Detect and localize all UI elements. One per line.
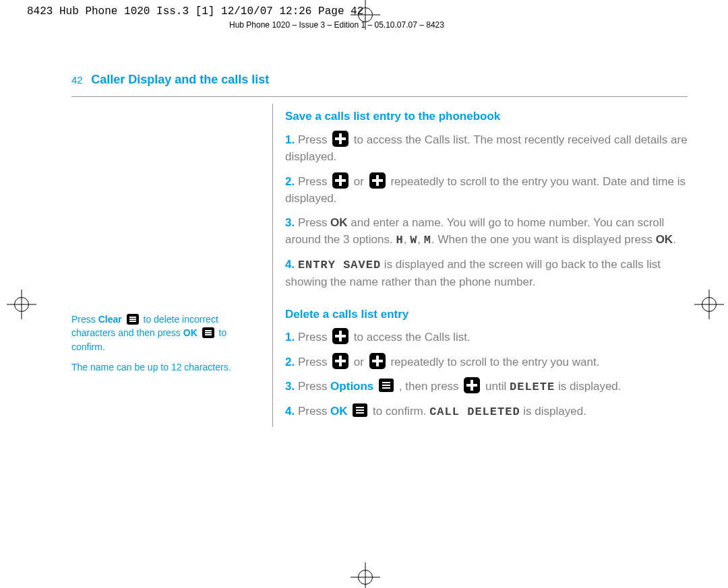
registration-mark-icon bbox=[351, 0, 380, 30]
softkey-icon bbox=[353, 403, 367, 417]
registration-mark-icon bbox=[7, 290, 36, 319]
section-heading: Save a calls list entry to the phonebook bbox=[285, 108, 688, 125]
crop-mark-header: 8423 Hub Phone 1020 Iss.3 [1] 12/10/07 1… bbox=[27, 5, 363, 18]
page-content: 42 Caller Display and the calls list Pre… bbox=[71, 73, 688, 427]
section-heading: Delete a calls list entry bbox=[285, 306, 688, 323]
page-title: Caller Display and the calls list bbox=[91, 73, 269, 87]
nav-key-icon bbox=[369, 353, 386, 369]
softkey-icon bbox=[127, 314, 139, 325]
nav-key-icon bbox=[332, 353, 348, 369]
step: 4. Press OK to confirm. CALL DELETED is … bbox=[285, 403, 688, 421]
step: 4. ENTRY SAVED is displayed and the scre… bbox=[285, 256, 688, 291]
nav-key-icon bbox=[332, 131, 348, 147]
divider bbox=[71, 96, 688, 97]
step: 2. Press or repeatedly to scroll to the … bbox=[285, 353, 688, 371]
document-slug: Hub Phone 1020 – Issue 3 – Edition 1 – 0… bbox=[229, 20, 444, 30]
main-column: Save a calls list entry to the phonebook… bbox=[273, 104, 688, 427]
sidebar: Press Clear to delete incorrect characte… bbox=[71, 104, 273, 427]
page-number: 42 bbox=[71, 74, 83, 86]
nav-key-icon bbox=[332, 172, 348, 189]
softkey-icon bbox=[379, 379, 394, 392]
registration-mark-icon bbox=[351, 562, 380, 588]
step: 2. Press or repeatedly to scroll to the … bbox=[285, 172, 688, 207]
nav-key-icon bbox=[332, 328, 348, 344]
registration-mark-icon bbox=[694, 290, 724, 319]
nav-key-icon bbox=[464, 377, 480, 393]
nav-key-icon bbox=[369, 172, 386, 189]
sidebar-tip: Press Clear to delete incorrect characte… bbox=[71, 313, 260, 354]
step: 3. Press OK and enter a name. You will g… bbox=[285, 214, 688, 249]
sidebar-tip: The name can be up to 12 characters. bbox=[71, 360, 260, 374]
step: 1. Press to access the Calls list. bbox=[285, 328, 688, 346]
softkey-icon bbox=[202, 327, 214, 338]
step: 3. Press Options , then press until DELE… bbox=[285, 377, 688, 396]
step: 1. Press to access the Calls list. The m… bbox=[285, 131, 688, 166]
